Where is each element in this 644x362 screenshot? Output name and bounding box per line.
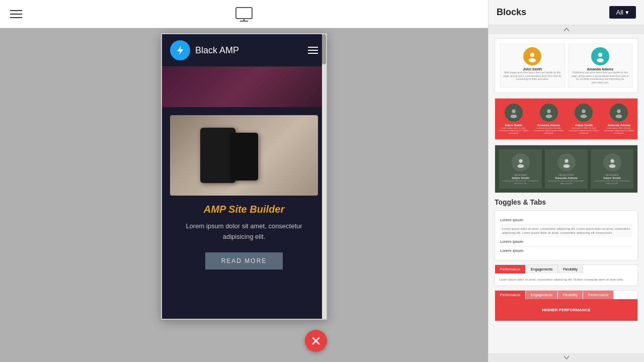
svg-point-11	[512, 110, 515, 113]
team-grid-3col: DESIGNER Adam Smith Lorem ipsum dolor si…	[495, 145, 637, 193]
toggles-tabs-section-label: Toggles & Tabs	[495, 198, 638, 206]
tab-flexibility-2[interactable]: Flexibility	[558, 291, 583, 299]
hero-image	[162, 67, 326, 107]
mobile-content: AMP Site Builder Lorem ipsum dolor sit a…	[162, 107, 326, 278]
avatar-red-4	[610, 104, 628, 122]
blocks-sidebar: Blocks All ▾ John Smith Web pages and ot…	[488, 0, 644, 362]
sidebar-header: Blocks All ▾	[489, 0, 644, 25]
member-name-john: John Smith	[523, 67, 542, 71]
avatar-dark-2	[557, 153, 576, 171]
lightning-icon	[170, 40, 190, 60]
toggle-content-1: Lorem ipsum dolor sit amet, consectetur …	[500, 225, 632, 237]
tab-engagements-2[interactable]: Engagements	[526, 291, 558, 299]
tabs-block-2[interactable]: Performance Engagements Flexibility Perf…	[495, 290, 638, 321]
svg-point-12	[510, 115, 517, 118]
svg-marker-4	[177, 46, 183, 55]
team-dark-1: DESIGNER Adam Smith Lorem ipsum dolor si…	[499, 149, 542, 189]
desc-dark-1: Lorem ipsum dolor sit amet, consectetur …	[501, 179, 540, 185]
avatar-john	[523, 47, 541, 65]
frame-scrollbar[interactable]	[322, 34, 326, 319]
avatar-dark-3	[603, 153, 621, 171]
toolbar	[0, 0, 488, 28]
tabs-header-1: Performance Engagements Flexibility	[495, 265, 637, 274]
svg-point-24	[609, 164, 615, 168]
svg-rect-0	[236, 8, 252, 19]
avatar-red-3	[575, 104, 593, 122]
monitor-icon[interactable]	[235, 7, 253, 22]
team-red-2: Amanda Adams Lorem ipsum dolor sit amet,…	[532, 101, 566, 137]
member-desc-amanda: Publishers and store items that can hand…	[571, 71, 630, 84]
tab-content-1: Lorem ipsum dolor sit amet, consectetur …	[495, 274, 637, 286]
tab-engagements-1[interactable]: Engagements	[526, 265, 558, 274]
team-red-1: Adam Smith Lorem ipsum dolor sit amet, c…	[497, 101, 530, 137]
team-grid-2col: John Smith Web pages and other items tha…	[500, 44, 632, 87]
avatar-red-2	[540, 104, 558, 122]
desc-red-4: Lorem ipsum dolor sit amet, consectetur …	[603, 127, 634, 134]
team-4col-block[interactable]: Adam Smith Lorem ipsum dolor sit amet, c…	[495, 98, 638, 140]
member-desc-john: Web pages and other items that can handl…	[503, 71, 562, 81]
tab-performance-2[interactable]: Performance	[495, 291, 526, 299]
tab-content-2: HIGHER PERFORMANCE	[495, 299, 637, 321]
mobile-body-text: Lorem ipsum dolor sit amet, consectetur …	[170, 221, 318, 242]
avatar-dark-1	[512, 153, 530, 171]
team-member-amanda: Amanda Adams Publishers and store items …	[568, 44, 633, 87]
all-filter-button[interactable]: All ▾	[609, 6, 636, 19]
svg-point-14	[545, 115, 552, 118]
toggle-item-2[interactable]: Lorem ipsum	[500, 237, 632, 246]
svg-point-15	[582, 110, 586, 113]
desc-red-3: Lorem ipsum dolor sit amet, consectetur …	[569, 127, 600, 134]
hamburger-menu[interactable]	[10, 10, 22, 18]
close-button[interactable]	[305, 330, 327, 352]
mobile-nav-logo: Black AMP	[170, 40, 239, 60]
svg-point-19	[519, 159, 522, 163]
toggle-item-3[interactable]: Lorem ipsum	[500, 246, 632, 255]
preview-area: Black AMP AMP Site Builder Lorem ipsu	[0, 28, 488, 362]
svg-point-23	[610, 159, 614, 163]
mobile-frame: Black AMP AMP Site Builder Lorem ipsu	[161, 33, 327, 320]
team-grid-4col: Adam Smith Lorem ipsum dolor sit amet, c…	[495, 99, 637, 139]
svg-point-16	[581, 115, 587, 118]
team-red-3: Adam Smith Lorem ipsum dolor sit amet, c…	[568, 101, 601, 137]
read-more-button[interactable]: READ MORE	[205, 252, 283, 269]
team-red-4: Amanda Adams Lorem ipsum dolor sit amet,…	[602, 101, 635, 137]
desc-red-1: Lorem ipsum dolor sit amet, consectetur …	[498, 127, 529, 134]
team-2col-block[interactable]: John Smith Web pages and other items tha…	[495, 38, 638, 93]
team-dark-3: DESIGNER Adam Smith Lorem ipsum dolor si…	[591, 149, 633, 189]
avatar-amanda	[591, 47, 609, 65]
phones-image	[170, 115, 318, 196]
mobile-heading: AMP Site Builder	[204, 204, 284, 215]
team-member-john: John Smith Web pages and other items tha…	[500, 44, 565, 87]
frame-scrollbar-thumb	[322, 34, 326, 64]
sidebar-content: John Smith Web pages and other items tha…	[489, 34, 644, 353]
desc-dark-2: Lorem ipsum dolor sit amet, consectetur …	[547, 179, 586, 185]
member-name-amanda: Amanda Adams	[587, 67, 613, 71]
svg-point-10	[597, 58, 604, 62]
scroll-up-button[interactable]	[489, 25, 644, 34]
brand-name: Black AMP	[195, 45, 239, 56]
avatar-red-1	[505, 104, 523, 122]
svg-point-22	[563, 164, 570, 168]
svg-point-8	[529, 58, 536, 62]
team-dark-2: DEVELOPER Amanda Adams Lorem ipsum dolor…	[545, 149, 588, 189]
mobile-hamburger[interactable]	[308, 47, 318, 54]
tab-performance-1[interactable]: Performance	[495, 265, 526, 274]
phone-right	[230, 133, 258, 180]
tab-flexibility-1[interactable]: Flexibility	[558, 265, 583, 274]
svg-point-7	[530, 53, 534, 57]
svg-point-17	[617, 110, 620, 113]
toggle-item-1[interactable]: Lorem ipsum	[500, 216, 632, 225]
svg-point-18	[616, 115, 622, 118]
svg-point-21	[565, 159, 568, 163]
tabs-header-2: Performance Engagements Flexibility Perf…	[495, 291, 637, 299]
svg-point-20	[517, 164, 524, 168]
svg-point-13	[547, 110, 550, 113]
tab-performance2-2[interactable]: Performance	[583, 291, 614, 299]
sidebar-title: Blocks	[497, 7, 526, 18]
svg-point-9	[598, 53, 602, 57]
scroll-down-button[interactable]	[489, 353, 644, 362]
mobile-nav: Black AMP	[162, 34, 326, 67]
team-3col-block[interactable]: DESIGNER Adam Smith Lorem ipsum dolor si…	[495, 145, 638, 193]
toggle-accordion-block[interactable]: Lorem ipsum Lorem ipsum dolor sit amet, …	[495, 210, 638, 260]
tabs-block-1[interactable]: Performance Engagements Flexibility Lore…	[495, 264, 638, 286]
desc-red-2: Lorem ipsum dolor sit amet, consectetur …	[533, 127, 565, 134]
